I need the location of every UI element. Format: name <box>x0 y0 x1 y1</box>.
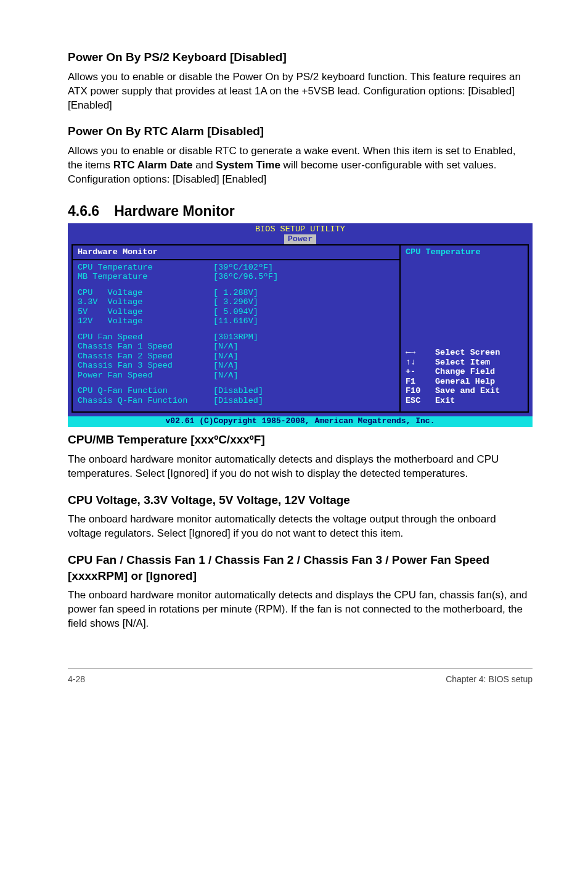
para-ps2: Allows you to enable or disable the Powe… <box>68 70 533 113</box>
bios-header: BIOS SETUP UTILITY Power <box>68 223 533 244</box>
heading-fan-speed: CPU Fan / Chassis Fan 1 / Chassis Fan 2 … <box>68 552 533 584</box>
nav-key: +- <box>406 367 435 377</box>
bios-item-12v[interactable]: 12V Voltage <box>78 316 213 326</box>
bios-value: [ 5.094V] <box>213 307 258 317</box>
nav-key: F1 <box>406 377 435 387</box>
page-number: 4-28 <box>68 674 85 685</box>
heading-cpu-mb-temp: CPU/MB Temperature [xxxºC/xxxºF] <box>68 432 533 448</box>
bios-value: [N/A] <box>213 361 239 371</box>
chapter-label: Chapter 4: BIOS setup <box>446 674 533 685</box>
bios-left-panel: Hardware Monitor CPU Temperature[39ºC/10… <box>71 244 399 413</box>
bios-screenshot: BIOS SETUP UTILITY Power Hardware Monito… <box>68 223 533 427</box>
bios-value: [Disabled] <box>213 386 263 396</box>
bios-item-chassis-fan-3[interactable]: Chassis Fan 3 Speed <box>78 361 213 371</box>
nav-text: General Help <box>435 377 495 387</box>
para-rtc-2: Configuration options: [Disabled] [Enabl… <box>68 173 533 187</box>
para-fan-speed: The onboard hardware monitor automatical… <box>68 588 533 631</box>
bios-value: [ 3.296V] <box>213 297 258 307</box>
nav-text: Select Item <box>435 358 490 368</box>
bios-tab-power[interactable]: Power <box>284 234 317 244</box>
bios-item-3v3[interactable]: 3.3V Voltage <box>78 297 213 307</box>
bios-item-cpu-qfan[interactable]: CPU Q-Fan Function <box>78 386 213 396</box>
nav-text: Change Field <box>435 367 495 377</box>
bios-nav-help: ←→Select Screen ↑↓Select Item +-Change F… <box>406 348 523 405</box>
bios-item-power-fan[interactable]: Power Fan Speed <box>78 371 213 381</box>
nav-text: Exit <box>435 396 455 406</box>
nav-text: Save and Exit <box>435 386 500 396</box>
section-title: Hardware Monitor <box>114 202 235 221</box>
bios-value: [N/A] <box>213 342 239 352</box>
nav-key: ↑↓ <box>406 358 435 368</box>
heading-voltages: CPU Voltage, 3.3V Voltage, 5V Voltage, 1… <box>68 492 533 508</box>
heading-hw-monitor: 4.6.6 Hardware Monitor <box>68 202 533 221</box>
bios-item-mb-temp[interactable]: MB Temperature <box>78 272 213 282</box>
bold-sys-time: System Time <box>216 159 280 171</box>
bios-item-chassis-fan-1[interactable]: Chassis Fan 1 Speed <box>78 342 213 352</box>
bios-item-cpu-temp[interactable]: CPU Temperature <box>78 263 213 273</box>
nav-key: ESC <box>406 396 435 406</box>
bios-item-cpu-voltage[interactable]: CPU Voltage <box>78 288 213 298</box>
bios-item-5v[interactable]: 5V Voltage <box>78 307 213 317</box>
bios-value: [Disabled] <box>213 396 263 406</box>
heading-ps2: Power On By PS/2 Keyboard [Disabled] <box>68 49 533 65</box>
bios-right-panel: CPU Temperature ←→Select Screen ↑↓Select… <box>399 244 529 413</box>
para-cpu-mb-temp: The onboard hardware monitor automatical… <box>68 453 533 481</box>
bios-item-chassis-qfan[interactable]: Chassis Q-Fan Function <box>78 396 213 406</box>
bios-value: [3013RPM] <box>213 332 258 342</box>
bios-panel-title: Hardware Monitor <box>73 247 399 260</box>
text: and <box>193 159 216 171</box>
para-voltages: The onboard hardware monitor automatical… <box>68 513 533 541</box>
bios-item-cpu-fan[interactable]: CPU Fan Speed <box>78 332 213 342</box>
nav-text: Select Screen <box>435 348 500 358</box>
heading-rtc: Power On By RTC Alarm [Disabled] <box>68 123 533 139</box>
text: will become user-configurable with set v… <box>280 159 497 171</box>
page-footer: 4-28 Chapter 4: BIOS setup <box>68 668 533 685</box>
bios-item-chassis-fan-2[interactable]: Chassis Fan 2 Speed <box>78 352 213 361</box>
bios-value: [11.616V] <box>213 316 258 326</box>
bios-value: [ 1.288V] <box>213 288 258 298</box>
bios-value: [N/A] <box>213 352 239 361</box>
bios-value: [36ºC/96.5ºF] <box>213 272 278 282</box>
bios-copyright: v02.61 (C)Copyright 1985-2008, American … <box>68 416 533 427</box>
para-rtc-1: Allows you to enable or disable RTC to g… <box>68 144 533 173</box>
nav-key: ←→ <box>406 348 435 358</box>
nav-key: F10 <box>406 386 435 396</box>
bios-title-text: BIOS SETUP UTILITY <box>68 223 533 234</box>
bios-value: [39ºC/102ºF] <box>213 263 273 273</box>
section-number: 4.6.6 <box>68 202 99 221</box>
bios-help-text: CPU Temperature <box>406 247 523 257</box>
bold-rtc-date: RTC Alarm Date <box>113 159 193 171</box>
bios-value: [N/A] <box>213 371 239 381</box>
